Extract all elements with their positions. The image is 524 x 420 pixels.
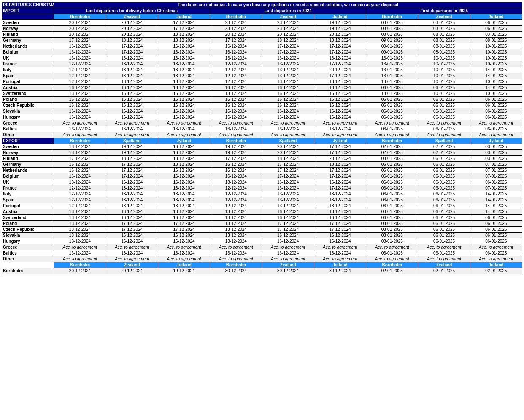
data-cell: 09-01-2025 [366,38,418,43]
data-cell: 16-12-2024 [54,126,106,132]
data-cell: 16-12-2024 [106,91,158,97]
export-row: Norway18-12-202419-12-202416-12-202419-1… [2,150,522,156]
data-cell: 16-12-2024 [54,114,106,120]
import-row: OtherAcc. to agreementAcc. to agreementA… [2,132,522,138]
data-cell: 03-01-2025 [418,20,470,26]
data-cell: 13-12-2024 [314,191,366,197]
data-cell: 07-01-2025 [470,168,522,173]
data-cell: 13-12-2024 [158,197,210,203]
data-cell: 20-12-2024 [262,144,314,150]
country-cell: Other [2,132,54,138]
data-cell: 18-12-2024 [54,144,106,150]
data-cell: 12-12-2024 [54,197,106,203]
export-row: Slovakia13-12-202416-12-202416-12-202413… [2,233,522,238]
data-cell: 12-12-2024 [54,191,106,197]
data-cell: 10-01-2025 [418,73,470,79]
export-col-jylland-2: Jylland [314,138,366,144]
bornholm-d6: 30-12-2024 [314,268,366,274]
data-cell: 07-01-2025 [470,162,522,168]
data-cell: Acc. to agreement [106,244,158,250]
data-cell: 16-12-2024 [210,114,262,120]
country-cell: Greece [2,244,54,250]
data-cell: 16-12-2024 [314,97,366,103]
data-cell: Acc. to agreement [470,244,522,250]
data-cell: 06-01-2025 [366,162,418,168]
data-cell: 17-12-2024 [158,20,210,26]
country-cell: Greece [2,120,54,126]
data-cell: 16-12-2024 [106,126,158,132]
data-cell: 03-01-2025 [366,20,418,26]
data-cell: Acc. to agreement [470,256,522,262]
data-cell: 06-01-2025 [470,26,522,32]
data-cell: 13-12-2024 [54,215,106,221]
data-cell: 14-01-2025 [470,67,522,73]
data-cell: 16-12-2024 [314,126,366,132]
country-cell: Sweden [2,144,54,150]
table-title: DEPARTURES CHRISTMAS/NEW YEAR 2024/2025 [2,2,54,8]
export-row: UK13-12-202416-12-202416-12-202413-12-20… [2,179,522,185]
data-cell: 20-12-2024 [54,26,106,32]
data-cell: 16-12-2024 [158,250,210,256]
data-cell: 13-12-2024 [158,156,210,162]
data-cell: 17-12-2024 [210,156,262,162]
data-cell: 16-12-2024 [106,250,158,256]
country-cell: Portugal [2,203,54,209]
country-cell: Austria [2,85,54,91]
data-cell: 03-01-2025 [470,156,522,162]
data-cell: Acc. to agreement [418,120,470,126]
data-cell: 16-12-2024 [106,108,158,114]
data-cell: 17-12-2024 [158,221,210,227]
export-row: Spain12-12-202413-12-202413-12-202412-12… [2,197,522,203]
data-cell: 06-01-2025 [366,85,418,91]
export-row: Poland13-12-202417-12-202417-12-202413-1… [2,221,522,227]
data-cell: 16-12-2024 [158,97,210,103]
data-cell: 03-01-2025 [470,150,522,156]
data-cell: 20-12-2024 [314,156,366,162]
data-cell: Acc. to agreement [418,132,470,138]
data-cell: 16-12-2024 [262,238,314,244]
data-cell: 16-12-2024 [158,215,210,221]
data-cell: 17-12-2024 [210,38,262,43]
data-cell: 20-12-2024 [54,20,106,26]
data-cell: 16-12-2024 [54,97,106,103]
import-col-jutland-2: Jutland [314,14,366,20]
import-label: IMPORT [2,8,54,14]
data-cell: 13-12-2024 [54,55,106,61]
data-cell: 19-12-2024 [106,144,158,150]
data-cell: 06-01-2025 [418,126,470,132]
data-cell: Acc. to agreement [366,256,418,262]
data-cell: 13-12-2024 [54,238,106,244]
data-cell: 08-01-2025 [418,32,470,38]
data-cell: Acc. to agreement [262,256,314,262]
export-row: GreeceAcc. to agreementAcc. to agreement… [2,244,522,250]
import-row: Austria16-12-202416-12-202413-12-202416-… [2,85,522,91]
data-cell: 17-12-2024 [314,173,366,179]
data-cell: 16-12-2024 [158,126,210,132]
data-cell: 06-01-2025 [366,203,418,209]
data-cell: 16-12-2024 [314,250,366,256]
data-cell: 16-12-2024 [106,85,158,91]
data-cell: 13-12-2024 [314,197,366,203]
export-table-body: Sweden18-12-202419-12-202416-12-202419-1… [2,144,522,262]
data-cell: 13-12-2024 [158,203,210,209]
data-cell: 08-01-2025 [418,43,470,49]
data-cell: Acc. to agreement [262,244,314,250]
data-cell: 16-12-2024 [158,91,210,97]
data-cell: 10-01-2025 [470,55,522,61]
data-cell: Acc. to agreement [210,244,262,250]
data-cell: 06-01-2025 [366,108,418,114]
bottom-col-bornholm-2: Bornholm [210,262,262,268]
import-row: Finland20-12-202420-12-202413-12-202420-… [2,32,522,38]
data-cell: 16-12-2024 [314,103,366,108]
data-cell: 13-12-2024 [210,91,262,97]
data-cell: 06-01-2025 [366,126,418,132]
data-cell: 13-12-2024 [262,67,314,73]
data-cell: 17-12-2024 [262,162,314,168]
import-row: France12-12-202413-12-202413-12-202412-1… [2,61,522,67]
data-cell: 16-12-2024 [106,209,158,215]
export-col-bornholm-1: Bornholm [54,138,106,144]
data-cell: Acc. to agreement [210,132,262,138]
country-cell: Other [2,256,54,262]
data-cell: 06-01-2025 [418,97,470,103]
data-cell: Acc. to agreement [106,120,158,126]
